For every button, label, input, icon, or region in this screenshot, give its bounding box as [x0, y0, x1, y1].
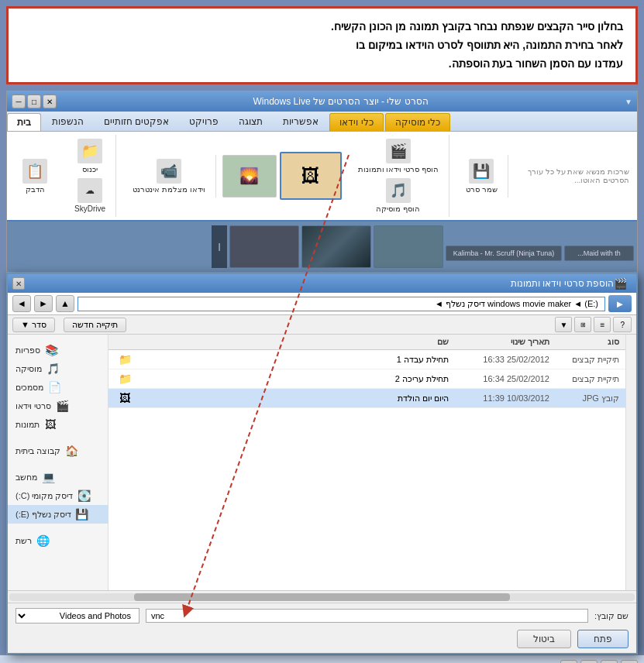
audio-track-1: Maid with th...: [564, 246, 634, 261]
close-button[interactable]: ✕: [43, 94, 57, 108]
webcam-icon: 📹: [157, 159, 181, 184]
rewind-button[interactable]: ◀◀: [601, 660, 618, 663]
add-videos-photos-icon: 🎬: [386, 139, 411, 163]
video-clip-2[interactable]: [301, 225, 371, 268]
scroll-track: [9, 593, 635, 601]
file-row-3[interactable]: 🖼 היום יום הולדת 10/03/2012 11:39 קובץ J…: [108, 389, 625, 408]
dialog-bottom: שם קובץ: Videos and Photos ביטול פתח: [8, 603, 636, 653]
file-dialog: ✕ הוספת סרטי וידאו ותמונות 🎬 ◄ ► ▲ windo…: [6, 273, 638, 654]
folder-icon-2: 📁: [118, 373, 132, 385]
music-icon: 🎵: [46, 362, 59, 375]
organize-button[interactable]: ?: [613, 317, 632, 332]
landscape-thumbnail[interactable]: 🌄: [222, 155, 277, 198]
view-more-button[interactable]: ▼: [555, 317, 572, 332]
save-icon: 💾: [469, 159, 494, 184]
sort-button[interactable]: סדר ▼: [12, 318, 55, 332]
drive-c-icon: 💽: [77, 490, 90, 502]
tab-music-tools[interactable]: כלי מוסיקה: [385, 113, 450, 131]
nav-up-button[interactable]: ▲: [56, 295, 74, 312]
pictures-icon: 🖼: [44, 418, 57, 431]
tab-project[interactable]: פרויקט: [180, 113, 228, 131]
add-videos-photos-button[interactable]: 🎬 הוסף סרטי וידאו ותמונות: [354, 136, 443, 176]
video-clip-1[interactable]: [374, 225, 443, 268]
movie-maker-window: ─ □ ✕ הסרט שלי - יוצר הסרטים של Windows …: [6, 91, 638, 273]
bottom-taskbar: ▶ ◀◀ |◀ ▶| פריט 2 מתוך 9: [0, 654, 644, 663]
libraries-icon: 📚: [45, 344, 57, 356]
nav-drive-e[interactable]: 💾 דיסק נשלף (E:): [8, 505, 108, 524]
nav-go-button[interactable]: ►: [608, 295, 632, 312]
paste-button[interactable]: 📋 הדבק: [19, 156, 51, 196]
documents-icon: 📄: [48, 381, 60, 393]
filename-label: שם קובץ:: [594, 611, 629, 621]
maximize-button[interactable]: □: [27, 94, 41, 108]
dialog-title: הוספת סרטי וידאו ותמונות: [25, 278, 614, 289]
ribbon-tabs: בית הנשפות אפקטים חזותיים פרויקט תצוגה א…: [7, 112, 637, 132]
add-music-button[interactable]: 🎵 הוסף מוסיקה: [372, 176, 424, 215]
videos-icon: 🎬: [56, 400, 68, 412]
nav-drive-c[interactable]: 💽 דיסק מקומי (C:): [8, 486, 108, 505]
ribbon-share-text: שרכות מנשא שאת על כל עורך הסרטים האוטו..…: [515, 164, 632, 187]
file-row-2[interactable]: 📁 תחילת עריכה 2 25/02/2012 16:34 תיקיית …: [108, 369, 625, 389]
nav-pictures[interactable]: 🖼 תמונות: [8, 415, 108, 434]
storyboard-area: Maid with th... Kalimba - Mr. Scruff (Ni…: [7, 222, 637, 272]
open-button[interactable]: פתח: [577, 630, 629, 648]
tab-effects[interactable]: אפשריות: [274, 113, 328, 131]
import-button[interactable]: 📁 יכנוס: [74, 136, 106, 176]
paste-icon: 📋: [22, 159, 47, 184]
view-list-button[interactable]: ≡: [594, 317, 611, 332]
tab-visual-effects[interactable]: אפקטים חזותיים: [95, 113, 178, 131]
dialog-close-button[interactable]: ✕: [12, 277, 25, 290]
step-back-button[interactable]: |◀: [580, 660, 598, 663]
tab-tools[interactable]: הנשפות: [43, 113, 93, 131]
column-headers: שם תאריך שינוי סוג: [108, 335, 625, 350]
dialog-title-bar: ✕ הוספת סרטי וידאו ותמונות 🎬: [8, 274, 636, 293]
drive-e-icon: 💾: [76, 508, 88, 520]
step-forward-button[interactable]: ▶|: [560, 660, 577, 663]
dialog-buttons: ביטול פתח: [15, 630, 629, 648]
computer-icon: 💻: [42, 471, 54, 483]
scroll-thumb[interactable]: [134, 593, 509, 601]
ribbon-group-add-media: 🎬 הוסף סרטי וידאו ותמונות 🎵 הוסף מוסיקה: [348, 135, 449, 217]
file-list-area: שם תאריך שינוי סוג 📁 תחילת עבדה 1 25/02/…: [108, 335, 625, 590]
ribbon-group-save: 💾 שמר סרט: [456, 155, 508, 198]
file-type-select[interactable]: Videos and Photos: [15, 608, 139, 623]
nav-forward-button[interactable]: ►: [34, 295, 53, 312]
minimize-button[interactable]: ─: [12, 94, 26, 108]
file-row-1[interactable]: 📁 תחילת עבדה 1 25/02/2012 16:33 תיקיית ק…: [108, 350, 625, 369]
address-path[interactable]: windows movie maker ◄ (E:) דיסק נשלף ◄: [77, 297, 605, 311]
tab-video-tools[interactable]: כלי וידאו: [329, 113, 383, 131]
scrollbar[interactable]: [625, 335, 636, 590]
instruction-line1: בחלון סייר הקבצים שנפתח נבחר בקובץ תמונה…: [21, 18, 623, 36]
ribbon-group-paste: 📋 הדבק: [12, 155, 58, 198]
nav-computer[interactable]: 💻 מחשב: [8, 468, 108, 486]
video-clip-3[interactable]: [229, 225, 299, 268]
dialog-body: 📚 ספריות 🎵 מוסיקה 📄 מסמכים 🎬 סרטי וידאו …: [8, 335, 636, 590]
photo-thumbnail[interactable]: 🖼: [280, 152, 342, 200]
tab-view[interactable]: תצוגה: [229, 113, 272, 131]
new-folder-button[interactable]: תיקייה חדשה: [64, 318, 126, 332]
title-bar: ─ □ ✕ הסרט שלי - יוצר הסרטים של Windows …: [7, 91, 637, 112]
import-icon: 📁: [77, 139, 102, 163]
image-icon-1: 🖼: [118, 392, 132, 404]
skydrive-button[interactable]: ☁ SkyDrive: [71, 176, 109, 215]
nav-videos[interactable]: 🎬 סרטי וידאו: [8, 397, 108, 415]
nav-libraries[interactable]: 📚 ספריות: [8, 341, 108, 359]
tab-home[interactable]: בית: [7, 113, 41, 131]
save-movie-button[interactable]: 💾 שמר סרט: [462, 156, 501, 196]
add-video-button[interactable]: 📹 וידאו מצלמת אינטרנט: [129, 156, 209, 196]
address-bar: ◄ ► ▲ windows movie maker ◄ (E:) דיסק נש…: [8, 293, 636, 315]
nav-panel: 📚 ספריות 🎵 מוסיקה 📄 מסמכים 🎬 סרטי וידאו …: [8, 335, 108, 590]
horizontal-scrollbar[interactable]: [8, 590, 636, 603]
filename-input[interactable]: [146, 609, 588, 623]
nav-documents[interactable]: 📄 מסמכים: [8, 378, 108, 397]
cancel-button[interactable]: ביטול: [517, 630, 571, 648]
play-button[interactable]: ▶: [621, 660, 638, 663]
skydrive-icon: ☁: [77, 178, 102, 203]
instruction-line2: לאחר בחירת התמונה, היא תתווסף לסרט הוידא…: [21, 36, 623, 55]
nav-back-button[interactable]: ◄: [12, 295, 31, 312]
nav-music[interactable]: 🎵 מוסיקה: [8, 359, 108, 378]
nav-network[interactable]: 🌐 רשת: [8, 531, 108, 550]
playback-controls: ▶ ◀◀ |◀ ▶|: [560, 660, 638, 663]
nav-homegroup[interactable]: 🏠 קבוצה ביתית: [8, 441, 108, 460]
view-details-button[interactable]: ⊞: [574, 317, 591, 332]
